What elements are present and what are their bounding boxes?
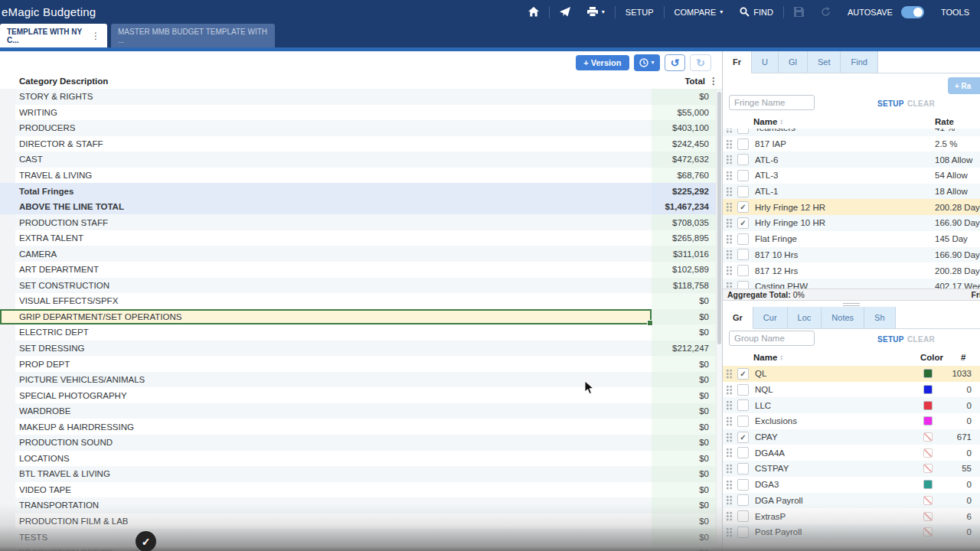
row-checkbox[interactable] [737, 281, 749, 289]
category-description-cell[interactable]: Total Fringes [15, 183, 652, 199]
category-total-cell[interactable]: $0 [652, 482, 722, 498]
group-row[interactable]: ExtrasP6 [723, 508, 980, 524]
row-checkbox[interactable] [737, 154, 749, 165]
tab-loc[interactable]: Loc [788, 307, 822, 328]
category-description-cell[interactable]: PROP DEPT [15, 356, 652, 372]
category-description-cell[interactable]: MAKEUP & HAIRDRESSING [15, 419, 652, 435]
category-description-cell[interactable]: LOCATIONS [15, 451, 652, 467]
send-button[interactable] [551, 7, 579, 17]
category-description-cell[interactable]: CAST [15, 152, 652, 168]
category-total-cell[interactable]: $242,450 [652, 136, 722, 152]
color-swatch[interactable] [923, 448, 933, 458]
category-total-cell[interactable]: $68,760 [652, 168, 722, 184]
tab-notes[interactable]: Notes [822, 307, 864, 328]
row-checkbox[interactable] [737, 479, 749, 491]
tools-button[interactable]: TOOLS [933, 8, 980, 17]
row-checkbox[interactable] [737, 447, 749, 458]
version-history-button[interactable]: ▾ [634, 54, 660, 71]
category-description-cell[interactable]: TRANSPORTATION [15, 497, 652, 514]
compare-button[interactable]: COMPARE ▾ [666, 8, 732, 17]
drag-handle-icon[interactable] [726, 448, 733, 458]
category-description-cell[interactable]: ABOVE THE LINE TOTAL [15, 199, 652, 215]
color-swatch[interactable] [923, 432, 933, 442]
category-total-cell[interactable]: $0 [652, 403, 722, 419]
category-total-cell[interactable]: $403,100 [652, 120, 722, 136]
row-checkbox[interactable] [737, 399, 749, 411]
row-checkbox[interactable]: ✓ [737, 368, 749, 380]
panel-resize-handle[interactable] [723, 302, 980, 307]
color-swatch[interactable] [923, 480, 933, 489]
color-swatch[interactable] [923, 527, 933, 536]
column-header-name[interactable]: Name ▲▼ [753, 353, 783, 362]
undo-button[interactable]: ↺ [665, 54, 686, 71]
category-total-cell[interactable]: $311,016 [652, 246, 722, 262]
row-checkbox[interactable] [737, 527, 749, 538]
color-swatch[interactable] [923, 464, 933, 473]
color-swatch[interactable] [923, 385, 933, 394]
row-checkbox[interactable] [737, 249, 749, 260]
category-description-cell[interactable]: ART DEPARTMENT [15, 262, 652, 278]
category-total-cell[interactable]: $102,589 [652, 262, 722, 278]
drag-handle-icon[interactable] [726, 282, 733, 289]
category-description-cell[interactable]: TESTS [15, 529, 652, 545]
tab-sh[interactable]: Sh [864, 307, 895, 328]
color-swatch[interactable] [923, 369, 933, 378]
drag-handle-icon[interactable] [726, 202, 733, 212]
column-menu-icon[interactable]: ⋮ [705, 76, 722, 86]
category-total-cell[interactable]: $0 [652, 356, 722, 372]
category-total-cell[interactable]: $0 [652, 387, 722, 403]
add-version-button[interactable]: + Version [576, 55, 629, 70]
autosave-toggle[interactable] [901, 6, 924, 18]
category-total-cell[interactable]: $212,247 [652, 341, 722, 357]
column-header-name[interactable]: Name ▲▼ [753, 117, 783, 126]
color-swatch[interactable] [923, 416, 933, 425]
category-description-cell[interactable]: SET DRESSING [15, 341, 652, 357]
drag-handle-icon[interactable] [726, 385, 733, 395]
drag-handle-icon[interactable] [726, 369, 733, 379]
category-description-cell[interactable]: VISUAL EFFECTS/SPFX [15, 293, 652, 309]
row-checkbox[interactable] [737, 265, 749, 276]
category-description-cell[interactable]: WRITING [15, 105, 652, 121]
column-header-color[interactable]: Color [920, 353, 943, 362]
group-row[interactable]: NQL0 [723, 382, 980, 398]
tab-gl[interactable]: Gl [779, 51, 808, 73]
color-swatch[interactable] [923, 512, 933, 521]
category-description-cell[interactable]: DIRECTOR & STAFF [15, 136, 652, 152]
tab-set[interactable]: Set [808, 51, 841, 73]
category-total-cell[interactable]: $0 [652, 466, 722, 482]
tab-find[interactable]: Find [841, 51, 877, 73]
row-checkbox[interactable] [737, 129, 749, 134]
group-row[interactable]: Post Payroll0 [723, 524, 980, 540]
fringe-row[interactable]: ATL-354 Allow [723, 168, 980, 184]
tab-budget-template-active[interactable]: TEMPLATE WITH NY C... ⋮ [0, 24, 107, 47]
row-checkbox[interactable] [737, 494, 749, 506]
category-total-cell[interactable]: $118,758 [652, 278, 722, 294]
drag-handle-icon[interactable] [726, 416, 733, 426]
category-description-cell[interactable]: CAMERA [15, 246, 652, 262]
group-name-input[interactable] [729, 331, 815, 346]
category-total-cell[interactable]: $265,895 [652, 230, 722, 246]
tab-cur[interactable]: Cur [753, 307, 788, 328]
row-checkbox[interactable] [737, 139, 749, 150]
category-description-cell[interactable]: PRODUCTION STAFF [15, 214, 652, 230]
category-total-cell[interactable]: $708,035 [652, 214, 722, 230]
group-row[interactable]: LLC0 [723, 397, 980, 413]
drag-handle-icon[interactable] [726, 495, 733, 505]
drag-handle-icon[interactable] [726, 187, 733, 197]
category-description-cell[interactable]: TRAVEL & LIVING [15, 168, 652, 184]
drag-handle-icon[interactable] [726, 139, 733, 149]
category-total-cell[interactable]: $0 [652, 435, 722, 451]
tab-master-template[interactable]: MASTER MMB BUDGET TEMPLATE WITH ... [111, 24, 275, 47]
tab-u[interactable]: U [752, 51, 779, 73]
category-total-cell[interactable]: $0 [652, 324, 722, 341]
row-checkbox[interactable] [737, 186, 749, 197]
group-row[interactable]: Exclusions0 [723, 413, 980, 429]
category-total-cell[interactable]: $0 [652, 451, 722, 467]
row-checkbox[interactable]: ✓ [737, 217, 749, 229]
drag-handle-icon[interactable] [726, 171, 733, 181]
find-button[interactable]: FIND [731, 7, 782, 17]
fringe-row[interactable]: ✓Hrly Fringe 10 HR166.90 Day [723, 215, 980, 231]
category-description-cell[interactable]: ELECTRIC DEPT [15, 324, 652, 341]
category-description-cell[interactable]: PICTURE VEHICLES/ANIMALS [15, 372, 652, 388]
autosave-control[interactable]: AUTOSAVE [839, 6, 933, 18]
